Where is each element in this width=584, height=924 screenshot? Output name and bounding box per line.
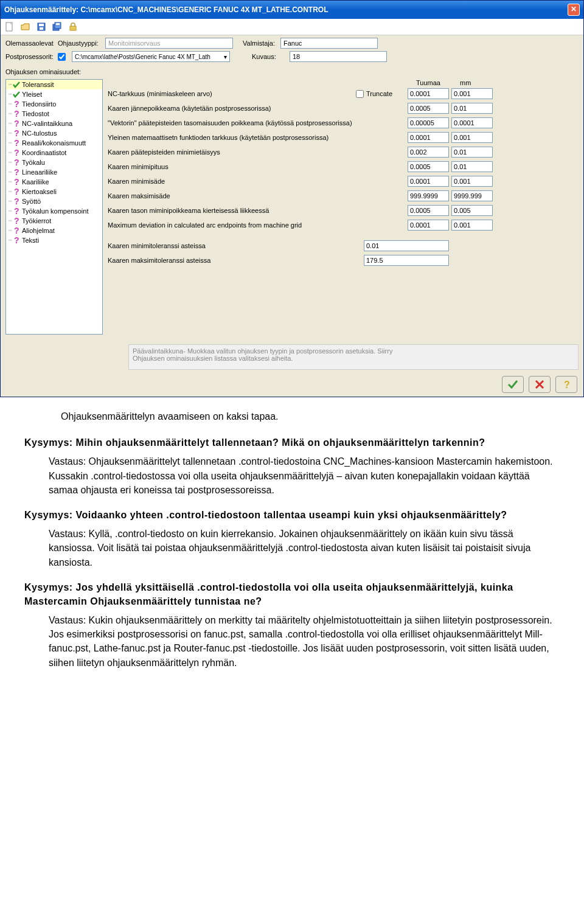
angle-input[interactable] xyxy=(364,240,449,251)
truncate-checkbox[interactable] xyxy=(356,90,364,98)
setting-row-7: Kaaren maksimisäde xyxy=(106,190,579,202)
svg-text:?: ? xyxy=(14,100,19,108)
inch-input[interactable] xyxy=(408,161,449,172)
setting-label: NC-tarkkuus (minimiaskeleen arvo) xyxy=(106,90,356,97)
inch-input[interactable] xyxy=(408,220,449,231)
tree-item-8[interactable]: ┈?Työkalu xyxy=(6,158,102,167)
ok-button[interactable] xyxy=(502,376,524,393)
tree-item-5[interactable]: ┈?NC-tulostus xyxy=(6,128,102,138)
mm-input[interactable] xyxy=(451,190,493,201)
post-checkbox[interactable] xyxy=(58,53,66,61)
tree-item-6[interactable]: ┈?Reaali/kokonaismuutt xyxy=(6,138,102,148)
type-label: Ohjaustyyppi: xyxy=(58,40,102,47)
question-icon: ? xyxy=(12,148,22,157)
tree-item-10[interactable]: ┈?Kaariliike xyxy=(6,177,102,187)
angle-input[interactable] xyxy=(364,255,449,266)
tree-panel[interactable]: ┈Toleranssit┈Yleiset┈?Tiedonsiirto┈?Tied… xyxy=(5,79,103,335)
tree-item-15[interactable]: ┈?Aliohjelmat xyxy=(6,226,102,235)
mm-input[interactable] xyxy=(451,147,493,158)
question-icon: ? xyxy=(12,158,22,167)
doc-q3: Kysymys: Jos yhdellä yksittäisellä .cont… xyxy=(24,580,560,608)
mm-input[interactable] xyxy=(451,161,493,172)
mm-input[interactable] xyxy=(451,103,493,114)
doc-intro: Ohjauksenmäärittelyn avaamiseen on kaksi… xyxy=(61,409,560,423)
tree-label: Aliohjelmat xyxy=(22,227,55,234)
svg-text:?: ? xyxy=(14,197,19,206)
mm-input[interactable] xyxy=(451,117,493,128)
tree-label: Tiedonsiirto xyxy=(22,100,56,108)
setting-row-3: Yleinen matemaattisetn funktioden tarkku… xyxy=(106,131,579,144)
manufacturer-label: Valmistaja: xyxy=(243,40,277,47)
description-input[interactable]: 18 xyxy=(290,51,387,62)
inch-input[interactable] xyxy=(408,103,449,114)
tree-item-11[interactable]: ┈?Kiertoakseli xyxy=(6,187,102,196)
svg-rect-7 xyxy=(70,26,76,30)
tree-item-1[interactable]: ┈Yleiset xyxy=(6,89,102,99)
settings-panel: Tuumaa mm NC-tarkkuus (minimiaskeleen ar… xyxy=(106,79,579,335)
inch-input[interactable] xyxy=(408,205,449,216)
window: Ohjauksenmäärittely: C:\mcamx\CNC_MACHIN… xyxy=(0,0,584,397)
setting-row-2: "Vektorin" päätepisteiden tasomaisuuden … xyxy=(106,117,579,129)
tree-label: Lineaariliike xyxy=(22,168,57,176)
angle-row-1: Kaaren maksimitoleranssi asteissa xyxy=(106,254,579,266)
tree-item-13[interactable]: ┈?Työkalun kompensoint xyxy=(6,206,102,216)
inch-input[interactable] xyxy=(408,117,449,128)
mm-input[interactable] xyxy=(451,176,493,187)
lock-icon[interactable] xyxy=(68,21,78,32)
save-icon[interactable] xyxy=(36,21,47,32)
tree-item-0[interactable]: ┈Toleranssit xyxy=(6,80,102,89)
tree-item-14[interactable]: ┈?Työkierrot xyxy=(6,216,102,226)
angle-label: Kaaren minimitoleranssi asteissa xyxy=(106,242,356,249)
tree-label: Tiedostot xyxy=(22,110,49,117)
doc-a2: Vastaus: Kyllä, .control-tiedosto on kui… xyxy=(49,527,560,569)
inch-input[interactable] xyxy=(408,88,449,99)
cancel-button[interactable] xyxy=(529,376,551,393)
truncate-label: Truncate xyxy=(366,90,392,97)
tree-label: Reaali/kokonaismuutt xyxy=(22,139,86,147)
inch-input[interactable] xyxy=(408,190,449,201)
setting-label: Kaaren tason miminipoikkeama kierteisess… xyxy=(106,207,356,214)
svg-text:?: ? xyxy=(14,148,19,157)
svg-rect-3 xyxy=(40,27,43,30)
tree-item-3[interactable]: ┈?Tiedostot xyxy=(6,109,102,119)
type-dropdown[interactable]: Monitoimisorvaus xyxy=(105,38,233,49)
tree-item-2[interactable]: ┈?Tiedonsiirto xyxy=(6,99,102,109)
mm-input[interactable] xyxy=(451,220,493,231)
doc-q2: Kysymys: Voidaanko yhteen .control-tiedo… xyxy=(24,508,560,522)
doc-a1: Vastaus: Ohjauksenmäärittelyt tallenneta… xyxy=(49,454,560,497)
inch-input[interactable] xyxy=(408,147,449,158)
window-title: Ohjauksenmäärittely: C:\mcamx\CNC_MACHIN… xyxy=(4,5,328,14)
setting-row-8: Kaaren tason miminipoikkeama kierteisess… xyxy=(106,204,579,217)
tree-item-16[interactable]: ┈?Teksti xyxy=(6,235,102,245)
tree-item-9[interactable]: ┈?Lineaariliike xyxy=(6,167,102,177)
open-file-icon[interactable] xyxy=(20,21,31,32)
inch-input[interactable] xyxy=(408,176,449,187)
close-button[interactable]: ✕ xyxy=(568,4,580,16)
mm-input[interactable] xyxy=(451,132,493,143)
setting-label: Kaaren jännepoikkeama (käytetään postpro… xyxy=(106,105,356,112)
angle-label: Kaaren maksimitoleranssi asteissa xyxy=(106,257,356,264)
tree-item-12[interactable]: ┈?Syöttö xyxy=(6,196,102,206)
tree-item-7[interactable]: ┈?Koordinaatistot xyxy=(6,148,102,158)
setting-row-4: Kaaren päätepisteiden minimietäisyys xyxy=(106,146,579,158)
mm-input[interactable] xyxy=(451,88,493,99)
new-file-icon[interactable] xyxy=(4,21,15,32)
question-icon: ? xyxy=(12,226,22,235)
manufacturer-input[interactable]: Fanuc xyxy=(280,38,378,49)
tree-item-4[interactable]: ┈?NC-valintaikkuna xyxy=(6,119,102,128)
header-fields: Olemassaolevat Ohjaustyyppi: Monitoimiso… xyxy=(1,35,583,67)
main-area: ┈Toleranssit┈Yleiset┈?Tiedonsiirto┈?Tied… xyxy=(1,77,583,339)
save-all-icon[interactable] xyxy=(52,21,63,32)
tree-label: Työkalun kompensoint xyxy=(22,207,88,215)
setting-label: Kaaren minimisäde xyxy=(106,178,356,185)
check-icon xyxy=(12,80,22,89)
properties-label: Ohjauksen ominaisuudet: xyxy=(1,67,583,77)
svg-text:?: ? xyxy=(14,129,19,137)
svg-rect-6 xyxy=(56,23,60,25)
setting-label: Kaaren päätepisteiden minimietäisyys xyxy=(106,148,356,156)
mm-input[interactable] xyxy=(451,205,493,216)
help-button[interactable]: ? xyxy=(555,376,577,393)
post-dropdown[interactable]: C:\mcamx\lathe\Posts\Generic Fanuc 4X MT… xyxy=(72,51,230,62)
inch-input[interactable] xyxy=(408,132,449,143)
tree-label: Toleranssit xyxy=(22,81,54,88)
